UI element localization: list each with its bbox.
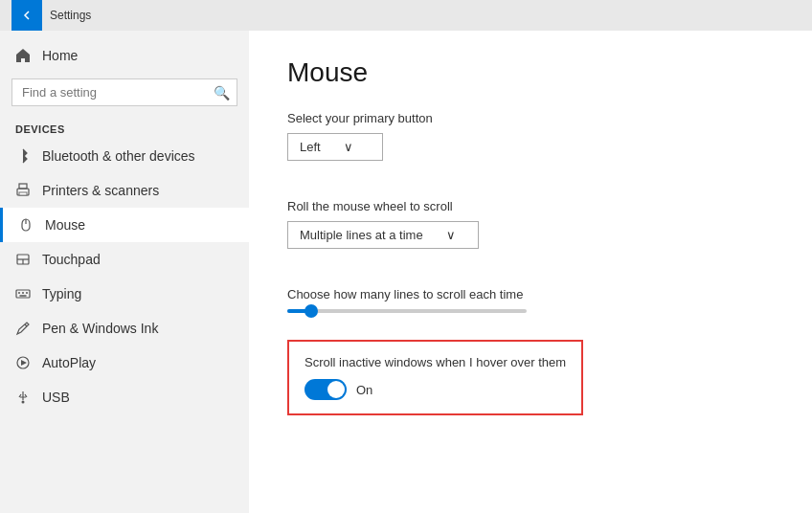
pen-icon [15,321,31,336]
svg-point-14 [22,401,25,404]
slider-thumb[interactable] [304,304,318,318]
svg-rect-1 [19,184,27,189]
keyboard-icon [15,286,31,301]
scroll-wheel-label: Roll the mouse wheel to scroll [287,199,774,213]
back-button[interactable] [11,0,42,31]
scroll-wheel-dropdown[interactable]: Multiple lines at a time ∨ [287,221,479,249]
primary-button-group: Select your primary button Left ∨ [287,111,774,180]
primary-button-dropdown[interactable]: Left ∨ [287,133,383,161]
sidebar-item-mouse[interactable]: Mouse [0,208,249,242]
primary-button-value: Left [300,140,321,154]
sidebar-item-home[interactable]: Home [0,38,249,73]
sidebar-home-label: Home [42,48,78,63]
sidebar-item-typing[interactable]: Typing [0,277,249,311]
svg-rect-2 [19,192,27,195]
scroll-lines-group: Choose how many lines to scroll each tim… [287,287,774,313]
scroll-inactive-box: Scroll inactive windows when I hover ove… [287,340,583,415]
sidebar-section-label: Devices [0,116,249,139]
svg-marker-13 [21,360,27,366]
sidebar-item-usb-label: USB [42,390,70,405]
sidebar-item-touchpad-label: Touchpad [42,252,101,267]
sidebar-item-bluetooth-label: Bluetooth & other devices [42,148,195,164]
sidebar-item-typing-label: Typing [42,286,81,301]
sidebar-item-autoplay[interactable]: AutoPlay [0,346,249,380]
toggle-label: On [356,383,372,397]
app-title: Settings [50,9,91,22]
usb-icon [15,390,31,405]
title-bar: Settings [0,0,812,31]
sidebar-item-touchpad[interactable]: Touchpad [0,242,249,277]
main-layout: Home 🔍 Devices Bluetooth & other devices [0,31,812,513]
sidebar-search-container: 🔍 [11,78,237,106]
scroll-lines-label: Choose how many lines to scroll each tim… [287,287,774,301]
sidebar-item-printers-label: Printers & scanners [42,183,159,198]
chevron-down-icon-2: ∨ [446,228,456,242]
autoplay-icon [15,355,31,370]
sidebar-item-usb[interactable]: USB [0,380,249,414]
content-area: Mouse Select your primary button Left ∨ … [249,31,812,513]
primary-button-label: Select your primary button [287,111,774,125]
page-title: Mouse [287,57,774,88]
sidebar-item-printers[interactable]: Printers & scanners [0,173,249,208]
touchpad-icon [15,252,31,267]
toggle-row: On [304,379,566,400]
home-icon [15,48,31,63]
sidebar-item-pen-label: Pen & Windows Ink [42,321,158,336]
chevron-down-icon: ∨ [344,140,353,154]
scroll-lines-slider-track[interactable] [287,309,527,313]
scroll-inactive-toggle[interactable] [304,379,347,400]
sidebar-item-pen[interactable]: Pen & Windows Ink [0,311,249,346]
scroll-wheel-value: Multiple lines at a time [300,228,423,242]
sidebar-item-mouse-label: Mouse [45,217,85,233]
scroll-wheel-group: Roll the mouse wheel to scroll Multiple … [287,199,774,268]
printer-icon [15,183,31,198]
sidebar-item-autoplay-label: AutoPlay [42,355,96,370]
search-icon: 🔍 [214,85,230,100]
sidebar: Home 🔍 Devices Bluetooth & other devices [0,31,249,513]
scroll-inactive-title: Scroll inactive windows when I hover ove… [304,355,566,369]
mouse-icon [18,217,34,233]
search-input[interactable] [11,78,237,106]
sidebar-item-bluetooth[interactable]: Bluetooth & other devices [0,139,249,173]
bluetooth-icon [15,148,31,164]
toggle-knob [327,381,345,398]
